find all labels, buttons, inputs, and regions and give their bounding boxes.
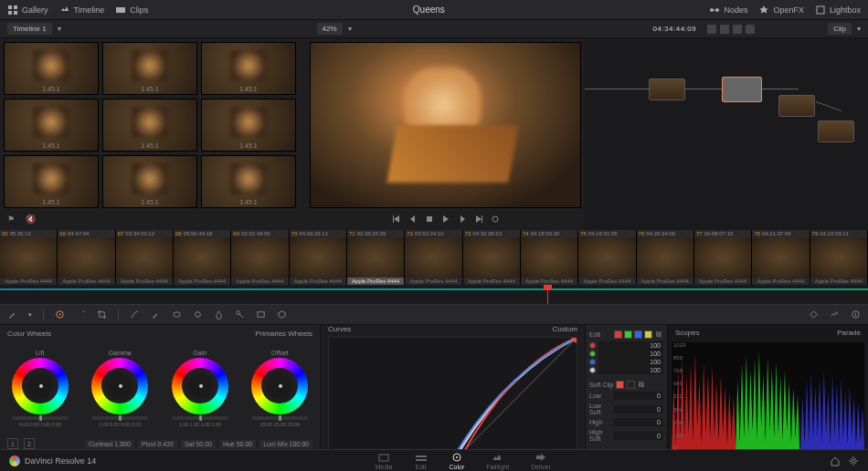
link-icon[interactable]: ⛓ [655,331,662,338]
step-back-icon[interactable] [408,215,418,224]
loop-icon[interactable] [491,215,500,224]
channel-value[interactable]: 100 [598,358,663,366]
gallery-still[interactable]: 1.45.1 [102,99,197,152]
wheel-slider[interactable] [12,416,69,420]
wheel-slider[interactable] [251,416,308,420]
page-tab-deliver[interactable]: Deliver [531,452,551,470]
keyframe-icon[interactable] [809,309,819,319]
gallery-still[interactable]: 1.45.1 [201,42,296,95]
page-tab-fairlight[interactable]: Fairlight [486,452,509,470]
brush-icon[interactable] [7,309,17,319]
clips-toggle[interactable]: Clips [115,5,148,16]
channel-swatch[interactable] [614,330,622,339]
nodes-toggle[interactable]: Nodes [709,5,747,16]
timeline-clip[interactable]: 7604:20:24:06Apple ProRes 4444 [637,230,694,285]
home-icon[interactable] [830,455,841,466]
page-2-button[interactable]: 2 [24,438,35,449]
param-lum-mix[interactable]: Lum Mix 100.00 [259,440,312,448]
chevron-down-icon[interactable]: ▾ [28,311,32,319]
wheel-control[interactable] [172,358,228,414]
channel-value[interactable]: 100 [598,341,663,350]
timeline-clip[interactable]: 6803:56:49:18Apple ProRes 4444 [174,230,231,285]
page-tab-media[interactable]: Media [375,452,392,470]
wheel-control[interactable] [251,358,308,414]
channel-value[interactable]: 100 [598,366,663,374]
node[interactable] [818,120,854,142]
wheel-slider[interactable] [172,416,228,420]
lowsoft-value[interactable]: 0 [614,405,663,413]
scopes-mode[interactable]: Parade [837,329,861,337]
crop-icon[interactable] [97,309,107,319]
chevron-down-icon[interactable]: ▾ [348,25,352,33]
viewer-mode-icon[interactable] [733,25,742,34]
highsoft-value[interactable]: 0 [614,432,663,440]
high-value[interactable]: 0 [614,418,663,426]
mute-icon[interactable]: 🔇 [26,215,36,224]
timeline-clip[interactable]: 7404:18:56:20Apple ProRes 4444 [521,230,578,285]
channel-value[interactable]: 100 [598,350,663,358]
channel-dot[interactable] [589,342,596,349]
chevron-down-icon[interactable]: ▾ [857,25,861,33]
key-icon[interactable] [235,309,245,319]
wand-icon[interactable] [76,309,86,319]
channel-dot[interactable] [589,359,596,365]
wheel-values[interactable]: 1.00 1.00 1.00 1.00 [179,422,221,427]
timeline-clip[interactable]: 6703:34:03:12Apple ProRes 4444 [116,230,174,285]
gallery-still[interactable]: 1.45.1 [4,42,99,95]
curves-icon[interactable] [130,309,140,319]
link-icon[interactable]: ⛓ [638,382,644,388]
curves-mode[interactable]: Custom [552,325,577,333]
sizing-icon[interactable] [256,309,266,319]
clip-selector[interactable]: Clip [828,23,852,35]
node-graph[interactable] [585,38,868,230]
param-pivot[interactable]: Pivot 0.435 [138,440,177,448]
channel-dot[interactable] [589,351,596,357]
node-selected[interactable] [722,77,762,102]
gallery-still[interactable]: 1.45.1 [4,155,99,208]
gallery-still[interactable]: 1.45.1 [201,155,296,208]
wheel-values[interactable]: 0.00 0.00 0.00 0.00 [19,422,61,427]
play-icon[interactable] [441,215,450,224]
timeline-clip[interactable]: 7504:19:01:05Apple ProRes 4444 [578,230,636,285]
lightbox-toggle[interactable]: Lightbox [815,5,861,16]
timeline-clip[interactable]: 7004:03:29:11Apple ProRes 4444 [290,230,347,285]
timeline-selector[interactable]: Timeline 1 [7,23,52,35]
viewer-mode-icon[interactable] [707,25,716,34]
wheel-slider[interactable] [91,416,148,420]
step-fwd-icon[interactable] [458,215,467,224]
next-clip-icon[interactable] [474,215,483,224]
timeline-clip[interactable]: 7102:33:25:09Apple ProRes 4444 [347,230,405,285]
channel-swatch[interactable] [644,330,652,339]
timeline-clip[interactable]: 7904:19:53:11Apple ProRes 4444 [810,230,868,285]
param-contrast[interactable]: Contrast 1.000 [85,440,134,448]
gallery-still[interactable]: 1.45.1 [201,99,296,152]
softclip-low-swatch[interactable] [616,381,624,389]
viewer-mode-icon[interactable] [746,25,755,34]
timeline-clip[interactable]: 6903:32:43:00Apple ProRes 4444 [231,230,289,285]
wheel-control[interactable] [91,358,148,414]
info-icon[interactable] [851,309,861,319]
node[interactable] [649,78,685,100]
timeline-clip[interactable]: 6505:36:12Apple ProRes 4444 [0,230,58,285]
stop-icon[interactable] [425,215,434,224]
timeline-clip[interactable]: 6604:47:04Apple ProRes 4444 [58,230,115,285]
target-icon[interactable] [55,309,65,319]
flag-icon[interactable]: ⚑ [7,215,15,224]
thumbnail-timeline[interactable]: 6505:36:12Apple ProRes 44446604:47:04App… [0,230,868,285]
wheel-values[interactable]: 0.00 0.00 0.00 0.00 [99,422,141,427]
eyedrop-icon[interactable] [151,309,161,319]
page-tab-color[interactable]: Color [450,452,465,470]
softclip-high-swatch[interactable] [627,381,635,389]
gallery-still[interactable]: 1.45.1 [102,155,197,208]
param-hue[interactable]: Hue 50.00 [219,440,256,448]
wheel-values[interactable]: 25.00 25.00 25.00 [260,422,300,427]
3d-icon[interactable] [277,309,287,319]
channel-swatch[interactable] [624,330,632,339]
timeline-clip[interactable]: 7304:32:38:23Apple ProRes 4444 [463,230,521,285]
gallery-still[interactable]: 1.45.1 [4,99,99,152]
viewer-mode-icon[interactable] [720,25,729,34]
channel-swatch[interactable] [634,330,642,339]
blur-icon[interactable] [214,309,224,319]
track-icon[interactable] [193,309,203,319]
settings-gear-icon[interactable] [848,455,859,466]
